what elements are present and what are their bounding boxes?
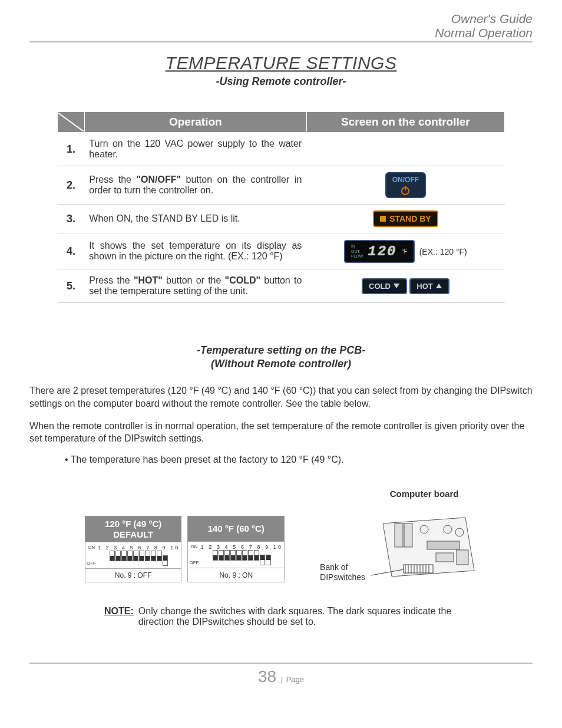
step-operation: Press the "ON/OFF" button on the control…: [84, 166, 306, 205]
svg-point-9: [420, 525, 428, 533]
svg-rect-8: [404, 523, 412, 547]
header-line-1: Owner's Guide: [29, 12, 533, 26]
operations-table: Operation Screen on the controller 1. Tu…: [57, 111, 505, 303]
page-separator: |: [280, 675, 282, 684]
triangle-down-icon: [393, 283, 400, 289]
dip-table-120: 120 °F (49 °C) DEFAULT ON OFF 1 2 3 4 5 …: [85, 516, 182, 582]
computer-board-icon: [371, 500, 477, 582]
dip-140-caption: No. 9 : ON: [188, 568, 285, 582]
dip-140-header: 140 °F (60 °C): [188, 516, 285, 542]
svg-rect-24: [457, 550, 468, 565]
display-side-labels: IN OUT FLOW: [351, 244, 363, 259]
temperature-display: IN OUT FLOW 120 °F: [344, 240, 415, 263]
standby-indicator: STAND BY: [373, 210, 438, 227]
svg-rect-25: [427, 541, 459, 549]
table-row: 5. Press the "HOT" button or the "COLD" …: [58, 269, 505, 303]
note-text: Only change the switches with dark squar…: [138, 606, 458, 627]
svg-marker-5: [436, 284, 442, 288]
example-text: (EX.: 120 °F): [419, 247, 467, 256]
pcb-section-subtitle: (Without Remote controller): [29, 358, 533, 370]
step-screen: COLD HOT: [306, 269, 504, 303]
hot-button-graphic: HOT: [409, 278, 449, 294]
step-operation: It shows the set temperature on its disp…: [84, 233, 306, 269]
dip-140-switches: ON OFF 1 2 3 4 5 6 7 8 9 10: [188, 541, 285, 568]
dip-switch-row: 120 °F (49 °C) DEFAULT ON OFF 1 2 3 4 5 …: [29, 489, 533, 582]
svg-point-11: [455, 528, 464, 536]
diagonal-corner-icon: [58, 113, 84, 131]
col-screen-header: Screen on the controller: [306, 112, 504, 133]
step-number: 1.: [58, 133, 85, 166]
pcb-paragraph-1: There are 2 preset temperatures (120 °F …: [29, 384, 533, 410]
col-operation-header: Operation: [84, 112, 306, 133]
computer-board-figure: Computer board: [371, 489, 477, 582]
section-subtitle: -Using Remote controller-: [29, 75, 533, 88]
hot-label: HOT: [416, 282, 432, 291]
step-operation: Press the "HOT" button or the "COLD" but…: [84, 269, 306, 303]
cold-label: COLD: [369, 282, 391, 291]
standby-label: STAND BY: [389, 214, 431, 223]
power-icon: [400, 185, 411, 196]
dip-120-header: 120 °F (49 °C) DEFAULT: [85, 516, 181, 542]
pcb-paragraph-2: When the remote controller is in normal …: [29, 420, 533, 445]
board-caption: Computer board: [371, 489, 477, 499]
step-number: 3.: [58, 205, 85, 233]
onoff-label: ON/OFF: [392, 176, 419, 184]
table-row: 4. It shows the set temperature on its d…: [58, 233, 505, 269]
step-number: 4.: [58, 233, 85, 269]
step-operation: When ON, the STAND BY LED is lit.: [84, 205, 306, 233]
dip-120-switches: ON OFF 1 2 3 4 5 6 7 8 9 10: [85, 542, 181, 568]
bank-label: Bank of DIPswitches: [320, 562, 365, 582]
dip-120-caption: No. 9 : OFF: [85, 568, 181, 582]
dip-table-140: 140 °F (60 °C) ON OFF 1 2 3 4 5 6 7 8 9 …: [187, 516, 285, 582]
page-number: 38: [258, 667, 276, 686]
display-unit: °F: [402, 248, 408, 255]
header-line-2: Normal Operation: [29, 26, 533, 40]
step-screen: STAND BY: [306, 205, 504, 233]
step-screen: ON/OFF: [306, 166, 504, 205]
cold-button-graphic: COLD: [362, 278, 407, 294]
pcb-bullet: The temperature has been preset at the f…: [65, 454, 533, 465]
step-screen: [306, 133, 504, 166]
svg-point-10: [444, 525, 452, 533]
triangle-up-icon: [435, 283, 442, 289]
note-label: NOTE:: [104, 606, 134, 627]
note-block: NOTE: Only change the switches with dark…: [104, 606, 458, 627]
svg-marker-4: [394, 284, 399, 288]
standby-led-icon: [380, 216, 386, 222]
pcb-section-title: -Temperature setting on the PCB-: [29, 344, 533, 357]
onoff-button-graphic: ON/OFF: [385, 172, 426, 198]
page-word: Page: [286, 675, 304, 684]
table-row: 2. Press the "ON/OFF" button on the cont…: [58, 166, 505, 205]
svg-rect-7: [395, 523, 403, 547]
dip-tables: 120 °F (49 °C) DEFAULT ON OFF 1 2 3 4 5 …: [85, 516, 285, 582]
page-footer: 38 | Page: [29, 663, 533, 686]
table-row: 1. Turn on the 120 VAC power supply to t…: [58, 133, 505, 166]
page-title: TEMPERATURE SETTINGS: [29, 53, 533, 73]
step-number: 2.: [58, 166, 85, 205]
table-corner-cell: [58, 112, 85, 133]
step-number: 5.: [58, 269, 85, 303]
step-screen: IN OUT FLOW 120 °F (EX.: 120 °F): [306, 233, 504, 269]
svg-rect-23: [436, 553, 454, 562]
step-operation: Turn on the 120 VAC power supply to the …: [84, 133, 306, 166]
display-value: 120: [368, 243, 396, 259]
page-header: Owner's Guide Normal Operation: [29, 12, 533, 42]
table-row: 3. When ON, the STAND BY LED is lit. STA…: [58, 205, 505, 233]
